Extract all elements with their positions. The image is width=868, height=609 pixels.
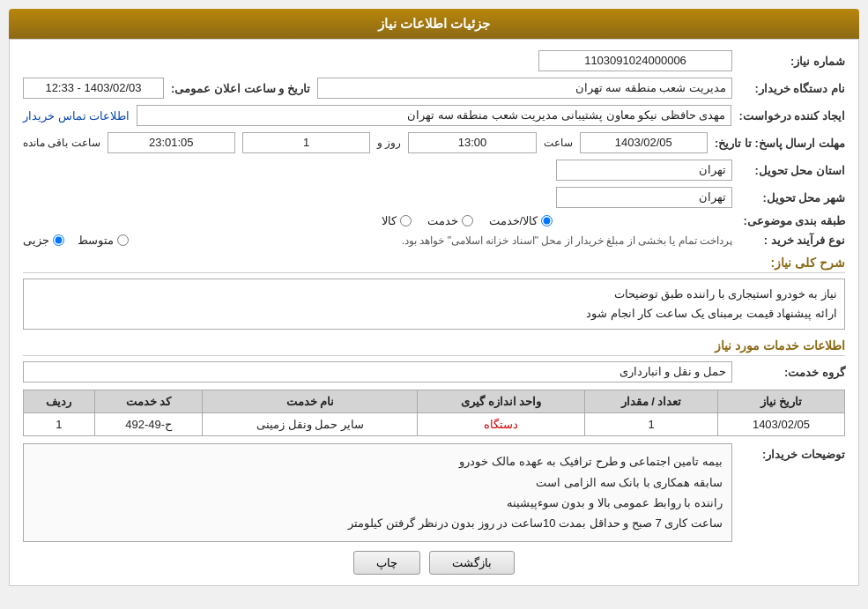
radio-mutavsat-label: متوسط [78, 234, 114, 247]
ostan-row: استان محل تحویل: تهران [23, 160, 845, 181]
toseeh-line4: ساعت کاری 7 صبح و حداقل بمدت 10ساعت در ر… [33, 513, 723, 533]
sharh-koli-text: نیاز به خودرو استیجاری با راننده طبق توض… [23, 279, 845, 330]
radio-khadmat-label: خدمت [427, 214, 458, 227]
radio-khadmat: خدمت [427, 214, 473, 227]
mohlat-label: مهلت ارسال پاسخ: تا تاریخ: [715, 137, 845, 150]
radio-kala-input[interactable] [400, 215, 412, 227]
cell-name: سایر حمل ونقل زمینی [203, 413, 418, 436]
tabaghebandi-label: طبقه بندی موضوعی: [739, 214, 845, 227]
tarikh-label: تاریخ و ساعت اعلان عمومی: [171, 82, 310, 95]
ostan-label: استان محل تحویل: [739, 164, 845, 177]
name-dastgah-value: مدیریت شعب منطقه سه تهران [317, 78, 732, 99]
tabaghebandi-row: طبقه بندی موضوعی: کالا/خدمت خدمت کالا [23, 214, 845, 227]
table-row: 1403/02/05 1 دستگاه سایر حمل ونقل زمینی … [24, 413, 845, 436]
mohlat-baqi-label: ساعت باقی مانده [23, 137, 100, 149]
shomare-niaz-value: 1103091024000006 [538, 50, 732, 71]
radio-kala-khadmat: کالا/خدمت [489, 214, 553, 227]
ijad-konande-row: ایجاد کننده درخواست: مهدی حافظی نیکو معا… [23, 105, 845, 126]
radio-kala-label: کالا [382, 214, 397, 227]
col-name: نام خدمت [203, 390, 418, 413]
gorouh-value: حمل و نقل و انبارداری [23, 361, 732, 382]
gorouh-label: گروه خدمت: [739, 366, 845, 379]
mohlat-baqi: 23:01:05 [108, 132, 235, 153]
mohlat-saat-label: ساعت [544, 137, 573, 149]
sharh-line2: ارائه پیشنهاد قیمت برمبنای یک ساعت کار ا… [31, 304, 837, 323]
print-button[interactable]: چاپ [353, 551, 420, 575]
page-wrapper: جزئیات اطلاعات نیاز شماره نیاز: 11030910… [0, 0, 868, 609]
col-tedad: تعداد / مقدار [585, 390, 718, 413]
ostan-value: تهران [556, 160, 732, 181]
khadamat-title: اطلاعات خدمات مورد نیاز [23, 338, 845, 356]
cell-code: ح-49-492 [94, 413, 203, 436]
sharh-koli-row: نیاز به خودرو استیجاری با راننده طبق توض… [23, 279, 845, 330]
noue-note: پرداخت تمام یا بخشی از مبلغ خریدار از مح… [142, 234, 732, 247]
toseeh-line1: بیمه تامین اجتماعی و طرح ترافیک به عهده … [33, 451, 723, 472]
toseeh-line3: راننده با روابط عمومی بالا و بدون سوءپیش… [33, 493, 723, 513]
col-vahed: واحد اندازه گیری [418, 390, 585, 413]
sharh-koli-title: شرح کلی نیاز: [23, 256, 845, 273]
back-button[interactable]: بازگشت [429, 551, 515, 575]
service-table: تاریخ نیاز تعداد / مقدار واحد اندازه گیر… [23, 390, 845, 436]
btn-row: بازگشت چاپ [23, 551, 845, 575]
mohlat-rooz-label: روز و [377, 137, 401, 149]
toseeh-line2: سابقه همکاری با بانک سه الزامی است [33, 472, 723, 493]
shomare-niaz-label: شماره نیاز: [739, 55, 845, 68]
radio-jozei-input[interactable] [53, 234, 64, 246]
shahr-value: تهران [556, 187, 732, 208]
mohlat-row: مهلت ارسال پاسخ: تا تاریخ: 1403/02/05 سا… [23, 132, 845, 153]
radio-jozei: جزیی [23, 234, 64, 247]
shahr-row: شهر محل تحویل: تهران [23, 187, 845, 208]
cell-tarikh: 1403/02/05 [717, 413, 844, 436]
mohlat-saat: 13:00 [408, 132, 536, 153]
radio-mutavsat-input[interactable] [117, 234, 129, 246]
col-tarikh: تاریخ نیاز [717, 390, 844, 413]
col-code: کد خدمت [94, 390, 203, 413]
main-content: شماره نیاز: 1103091024000006 نام دستگاه … [9, 39, 859, 586]
toseeh-row: توضیحات خریدار: بیمه تامین اجتماعی و طرح… [23, 443, 845, 542]
tarikh-value: 1403/02/03 - 12:33 [23, 78, 164, 99]
page-header: جزئیات اطلاعات نیاز [9, 9, 859, 39]
shahr-label: شهر محل تحویل: [739, 191, 845, 204]
noue-farayand-label: نوع فرآیند خرید : [739, 234, 845, 247]
radio-kala: کالا [382, 214, 412, 227]
cell-radif: 1 [24, 413, 95, 436]
col-radif: ردیف [24, 390, 95, 413]
radio-khadmat-input[interactable] [462, 215, 473, 227]
noue-options: پرداخت تمام یا بخشی از مبلغ خریدار از مح… [23, 234, 732, 247]
cell-vahed: دستگاه [418, 413, 585, 436]
radio-jozei-label: جزیی [23, 234, 49, 247]
toseeh-label: توضیحات خریدار: [739, 443, 845, 461]
sharh-line1: نیاز به خودرو استیجاری با راننده طبق توض… [31, 285, 837, 304]
noue-farayand-row: نوع فرآیند خرید : پرداخت تمام یا بخشی از… [23, 234, 845, 247]
shomare-niaz-row: شماره نیاز: 1103091024000006 [23, 50, 845, 71]
page-title: جزئیات اطلاعات نیاز [378, 16, 490, 31]
ijad-konande-value: مهدی حافظی نیکو معاون پشتیبانی مدیریت شع… [137, 105, 731, 126]
tabaghebandi-options: کالا/خدمت خدمت کالا [382, 214, 733, 227]
dastgah-tarikh-row: نام دستگاه خریدار: مدیریت شعب منطقه سه ت… [23, 78, 845, 99]
mohlat-date: 1403/02/05 [580, 132, 708, 153]
ijad-konande-label: ایجاد کننده درخواست: [738, 109, 845, 123]
name-dastgah-label: نام دستگاه خریدار: [739, 82, 845, 95]
ettelaat-tamas-link[interactable]: اطلاعات تماس خریدار [23, 109, 130, 123]
radio-mutavsat: متوسط [78, 234, 129, 247]
radio-kala-khadmat-label: کالا/خدمت [489, 214, 538, 227]
gorouh-row: گروه خدمت: حمل و نقل و انبارداری [23, 361, 845, 382]
toseeh-box: بیمه تامین اجتماعی و طرح ترافیک به عهده … [23, 443, 732, 542]
radio-kala-khadmat-input[interactable] [541, 215, 553, 227]
mohlat-rooz: 1 [242, 132, 370, 153]
cell-tedad: 1 [585, 413, 718, 436]
